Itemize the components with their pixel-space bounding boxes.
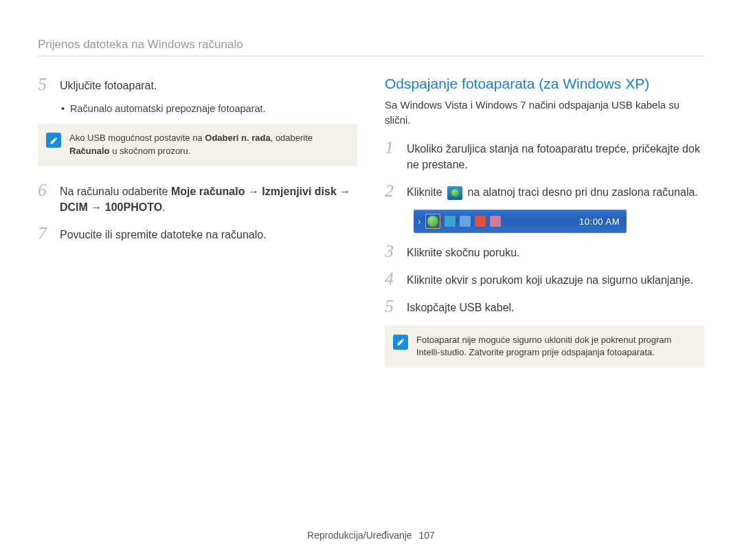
taskbar-chevron-icon: › <box>418 216 421 227</box>
page-number: 107 <box>419 530 435 541</box>
step-number: 7 <box>38 225 53 243</box>
safely-remove-icon <box>447 186 462 200</box>
bullet-text: Računalo automatski prepoznaje fotoapara… <box>70 103 266 114</box>
page-header-title: Prijenos datoteka na Windows računalo <box>38 38 704 52</box>
step-text: Kliknite okvir s porukom koji ukazuje na… <box>407 270 693 288</box>
bullet-dot: • <box>61 103 65 114</box>
section-intro: Sa Windows Vista i Windows 7 načini odsp… <box>385 98 704 128</box>
taskbar-highlighted-icon <box>425 214 440 229</box>
r-step-4: 4 Kliknite okvir s porukom koji ukazuje … <box>385 270 704 288</box>
r-step-2: 2 Kliknite na alatnoj traci desno pri dn… <box>385 182 704 200</box>
step-5-subbullet: • Računalo automatski prepoznaje fotoapa… <box>61 103 357 114</box>
page: Prijenos datoteka na Windows računalo 5 … <box>0 0 742 560</box>
note-box-right: Fotoaparat nije moguće sigurno ukloniti … <box>385 326 704 368</box>
right-column: Odspajanje fotoaparata (za Windows XP) S… <box>385 76 704 383</box>
step-number: 2 <box>385 182 400 200</box>
step-text: Na računalu odaberite Moje računalo → Iz… <box>60 181 357 215</box>
tray-icon <box>460 216 471 227</box>
taskbar-clock: 10:00 AM <box>579 216 622 227</box>
step-text: Kliknite skočnu poruku. <box>407 243 520 260</box>
left-column: 5 Uključite fotoaparat. • Računalo autom… <box>38 76 357 383</box>
step-number: 3 <box>385 243 400 260</box>
r-step-5: 5 Iskopčajte USB kabel. <box>385 298 704 315</box>
r-step-3: 3 Kliknite skočnu poruku. <box>385 243 704 260</box>
step-number: 5 <box>38 76 53 93</box>
step-number: 5 <box>385 298 400 315</box>
footer-section: Reprodukcija/Uređivanje <box>307 530 412 541</box>
tray-volume-icon <box>475 216 486 227</box>
step-number: 6 <box>38 181 53 199</box>
r-step-1: 1 Ukoliko žaruljica stanja na fotoaparat… <box>385 139 704 172</box>
content-columns: 5 Uključite fotoaparat. • Računalo autom… <box>38 76 704 383</box>
note-icon <box>46 133 61 148</box>
step-text: Ukoliko žaruljica stanja na fotoaparatu … <box>407 139 704 172</box>
pencil-icon <box>396 337 405 346</box>
step-text: Uključite fotoaparat. <box>60 76 157 93</box>
page-footer: Reprodukcija/Uređivanje 107 <box>0 530 742 541</box>
taskbar-screenshot: › 10:00 AM <box>414 210 627 233</box>
step-7: 7 Povucite ili spremite datoteke na raču… <box>38 225 357 243</box>
step-number: 4 <box>385 270 400 288</box>
step-5: 5 Uključite fotoaparat. <box>38 76 357 93</box>
tray-icon <box>490 216 501 227</box>
step-6: 6 Na računalu odaberite Moje računalo → … <box>38 181 357 215</box>
step-text: Iskopčajte USB kabel. <box>407 298 515 315</box>
step-text: Povucite ili spremite datoteke na računa… <box>60 225 267 243</box>
note-text: Ako USB mogućnost postavite na Odaberi n… <box>69 132 348 158</box>
section-title: Odspajanje fotoaparata (za Windows XP) <box>385 76 704 92</box>
note-text: Fotoaparat nije moguće sigurno ukloniti … <box>416 334 695 360</box>
note-icon <box>393 335 408 350</box>
safely-remove-tray-icon <box>427 216 438 227</box>
step-number: 1 <box>385 139 400 157</box>
note-box-left: Ako USB mogućnost postavite na Odaberi n… <box>38 124 357 166</box>
header-rule <box>38 56 704 56</box>
tray-icon <box>445 216 456 227</box>
pencil-icon <box>49 136 58 145</box>
step-text: Kliknite na alatnoj traci desno pri dnu … <box>407 182 698 200</box>
